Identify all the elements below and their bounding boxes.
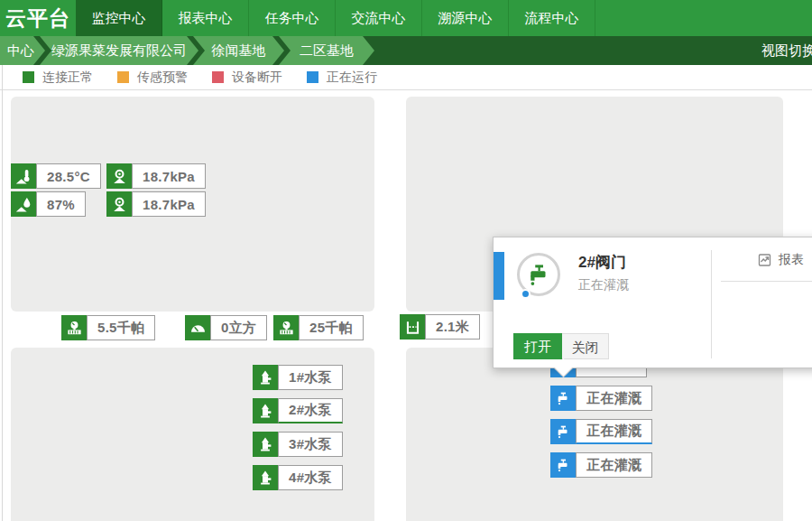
popup-horizontal-divider [721, 281, 812, 282]
valve-4-badge[interactable]: 正在灌溉 [550, 452, 652, 478]
running-status-dot [521, 289, 531, 299]
popup-valve-title: 2#阀门 [578, 252, 626, 273]
tab-process-center[interactable]: 流程中心 [509, 0, 595, 36]
tab-traceability-center[interactable]: 溯源中心 [422, 0, 509, 36]
tab-monitoring-center[interactable]: 监控中心 [76, 0, 162, 36]
valve-2-badge[interactable]: 正在灌溉 [550, 386, 652, 411]
top-nav: 云平台 监控中心 报表中心 任务中心 交流中心 溯源中心 流程中心 [0, 0, 812, 36]
water-level-icon [400, 314, 425, 340]
faucet-icon [550, 419, 576, 444]
report-label: 报表 [779, 252, 804, 268]
sensor-value: 0立方 [210, 315, 267, 340]
water-pump-icon [253, 398, 278, 423]
line-chart-icon [757, 253, 772, 267]
pump-2-label[interactable]: 2#水泵 [253, 398, 343, 423]
soil-thermometer-icon [11, 163, 36, 189]
pipe-gauge-icon [273, 315, 299, 340]
faucet-icon [525, 261, 552, 288]
sensor-flow-volume[interactable]: 0立方 [185, 315, 267, 340]
sensor-value: 87% [36, 191, 86, 217]
pump-label-text: 2#水泵 [278, 398, 343, 423]
sensor-pipe-pressure-2[interactable]: 25千帕 [273, 315, 364, 340]
tab-task-center[interactable]: 任务中心 [249, 0, 336, 36]
legend-label: 正在运行 [327, 70, 377, 86]
pipe-gauge-icon [61, 315, 87, 340]
sensor-value: 5.5千帕 [87, 315, 155, 340]
pump-1-label[interactable]: 1#水泵 [253, 365, 343, 390]
sensor-water-level[interactable]: 2.1米 [400, 314, 480, 340]
valve-control-popup: 2#阀门 正在灌溉 打开 关闭 报表 [493, 237, 812, 368]
legend-item-connected: 连接正常 [23, 70, 93, 86]
legend-swatch-blue [307, 71, 318, 83]
report-link[interactable]: 报表 [757, 252, 804, 268]
status-legend: 连接正常 传感预警 设备断开 正在运行 [0, 65, 812, 90]
pump-3-label[interactable]: 3#水泵 [253, 432, 343, 457]
faucet-icon [550, 452, 576, 478]
pump-label-text: 1#水泵 [278, 365, 343, 390]
water-pump-icon [253, 432, 278, 457]
faucet-icon [550, 386, 576, 411]
ground-sensor-icon [106, 163, 132, 189]
ground-sensor-icon [106, 191, 132, 217]
valve-open-button[interactable]: 打开 [513, 333, 562, 359]
sensor-pipe-pressure-1[interactable]: 5.5千帕 [61, 315, 155, 340]
flow-meter-icon [185, 315, 210, 340]
view-switch-button[interactable]: 视图切换 [758, 36, 812, 65]
valve-3-badge[interactable]: 正在灌溉 [550, 419, 652, 444]
breadcrumb-item-company[interactable]: 绿源果菜发展有限公司 [40, 36, 198, 65]
popup-vertical-divider [711, 250, 712, 358]
legend-label: 传感预警 [137, 70, 188, 86]
legend-swatch-orange [117, 71, 129, 83]
sensor-value: 18.7kPa [132, 163, 206, 189]
breadcrumb-item-xuwen-base[interactable]: 徐闻基地 [193, 36, 284, 65]
legend-swatch-green [23, 71, 34, 83]
sensor-value: 18.7kPa [132, 191, 206, 217]
water-pump-icon [253, 365, 278, 390]
valve-status-text: 正在灌溉 [576, 419, 652, 444]
pump-label-text: 3#水泵 [278, 432, 343, 457]
legend-item-running: 正在运行 [307, 70, 377, 86]
sensor-value: 2.1米 [425, 314, 480, 340]
breadcrumb-item-zone2-base[interactable]: 二区基地 [279, 36, 374, 65]
sensor-value: 28.5°C [36, 163, 101, 189]
sensor-value: 25千帕 [299, 315, 364, 340]
soil-moisture-icon [11, 191, 36, 217]
pump-4-label[interactable]: 4#水泵 [253, 465, 343, 490]
valve-status-text: 正在灌溉 [576, 452, 652, 478]
legend-item-device-offline: 设备断开 [212, 70, 282, 86]
popup-valve-status: 正在灌溉 [578, 277, 629, 293]
tab-report-center[interactable]: 报表中心 [162, 0, 249, 36]
tab-communication-center[interactable]: 交流中心 [336, 0, 422, 36]
valve-status-text: 正在灌溉 [576, 386, 652, 411]
legend-item-sensor-warning: 传感预警 [117, 70, 188, 86]
legend-label: 设备断开 [232, 70, 282, 86]
pump-label-text: 4#水泵 [278, 465, 343, 490]
popup-running-indicator-bar [494, 252, 504, 300]
breadcrumb-item-center[interactable]: 中心 [0, 36, 45, 65]
sensor-pressure-2[interactable]: 18.7kPa [106, 191, 206, 217]
brand-logo: 云平台 [0, 0, 76, 36]
legend-swatch-red [212, 71, 224, 83]
sensor-pressure-1[interactable]: 18.7kPa [106, 163, 206, 189]
valve-close-button[interactable]: 关闭 [562, 333, 609, 359]
water-pump-icon [253, 465, 278, 490]
legend-label: 连接正常 [42, 70, 93, 86]
sensor-soil-temperature[interactable]: 28.5°C [11, 163, 101, 189]
breadcrumb: 中心 绿源果菜发展有限公司 徐闻基地 二区基地 视图切换 [0, 36, 812, 65]
app-root: 云平台 监控中心 报表中心 任务中心 交流中心 溯源中心 流程中心 中心 绿源果… [0, 0, 812, 521]
content-left-border [2, 65, 3, 521]
sensor-soil-moisture[interactable]: 87% [11, 191, 86, 217]
